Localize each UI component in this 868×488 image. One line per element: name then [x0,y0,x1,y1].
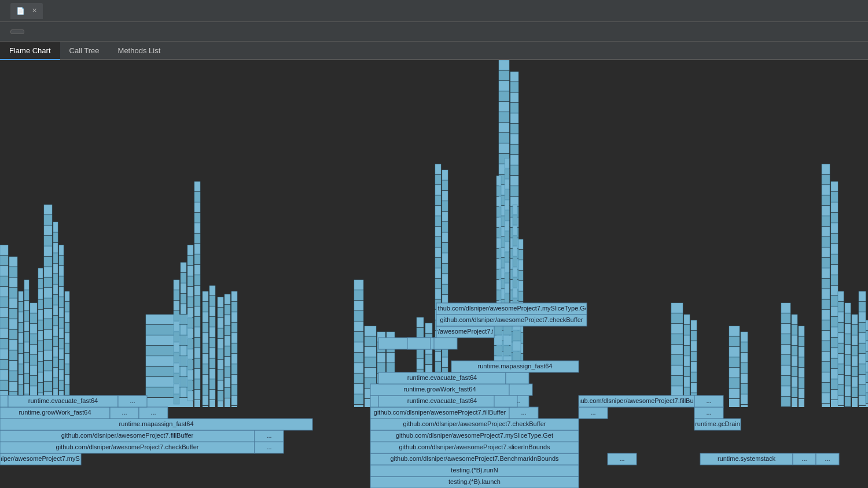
metric-bar [0,22,868,42]
tab-flame-chart[interactable]: Flame Chart [0,42,60,60]
tab-methods-list[interactable]: Methods List [109,42,170,60]
cpu-profile-tab[interactable]: 📄 ✕ [10,3,43,19]
tab-close-button[interactable]: ✕ [32,7,37,14]
nav-tabs: Flame Chart Call Tree Methods List [0,42,868,60]
chart-area [0,60,868,488]
metric-dropdown[interactable] [10,29,24,34]
tab-call-tree[interactable]: Call Tree [60,42,109,60]
top-bar: 📄 ✕ [0,0,868,22]
flame-chart-canvas [0,60,868,488]
file-icon: 📄 [16,7,25,15]
